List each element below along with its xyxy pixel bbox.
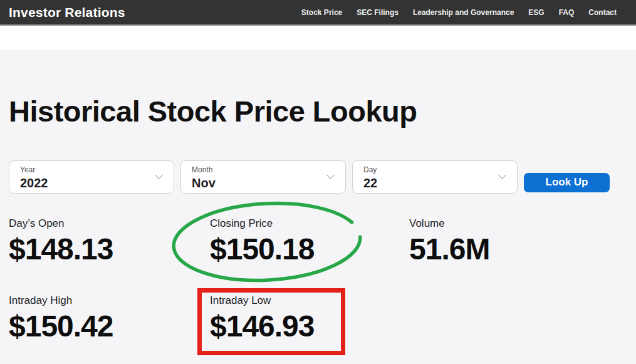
stat-label: Volume xyxy=(409,217,636,230)
nav-item-faq[interactable]: FAQ xyxy=(559,8,575,17)
page-title: Historical Stock Price Lookup xyxy=(9,95,636,128)
stat-label: Intraday Low xyxy=(210,294,409,307)
nav-item-sec-filings[interactable]: SEC Filings xyxy=(357,8,399,17)
stats-row-1: Day’s Open $148.13 Closing Price $150.18… xyxy=(9,217,636,266)
stat-label: Intraday High xyxy=(9,294,210,307)
stats-row-2: Intraday High $150.42 Intraday Low $146.… xyxy=(9,294,636,343)
stat-label: Closing Price xyxy=(210,217,409,230)
nav-item-leadership-and-governance[interactable]: Leadership and Governance xyxy=(413,8,514,17)
stat-closing-price: Closing Price $150.18 xyxy=(210,217,409,266)
stat-value: $146.93 xyxy=(210,309,409,343)
nav-item-stock-price[interactable]: Stock Price xyxy=(301,8,342,17)
stat-intraday-high: Intraday High $150.42 xyxy=(9,294,210,343)
header-bar: Investor Relations Stock Price SEC Filin… xyxy=(0,0,636,26)
day-select[interactable]: Day 22 xyxy=(352,160,518,194)
stat-intraday-low: Intraday Low $146.93 xyxy=(210,294,409,343)
nav-item-contact[interactable]: Contact xyxy=(588,8,617,17)
month-select[interactable]: Month Nov xyxy=(180,160,346,194)
brand-title[interactable]: Investor Relations xyxy=(9,5,125,20)
look-up-button[interactable]: Look Up xyxy=(524,173,610,192)
stat-empty-cell xyxy=(409,294,636,343)
stat-value: $150.42 xyxy=(9,309,210,343)
year-select[interactable]: Year 2022 xyxy=(9,160,174,194)
stat-label: Day’s Open xyxy=(9,217,210,230)
year-select-value: 2022 xyxy=(20,176,149,190)
header-spacer xyxy=(0,26,636,50)
lookup-form: Year 2022 Month Nov Day 22 Look Up xyxy=(9,160,636,194)
stat-days-open: Day’s Open $148.13 xyxy=(9,217,210,266)
header-nav: Stock Price SEC Filings Leadership and G… xyxy=(301,8,617,17)
month-select-label: Month xyxy=(192,165,320,175)
stat-value: $150.18 xyxy=(210,232,409,266)
day-select-label: Day xyxy=(363,165,492,175)
day-select-value: 22 xyxy=(363,176,492,190)
chevron-down-icon xyxy=(155,171,163,179)
month-select-value: Nov xyxy=(192,176,320,190)
chevron-down-icon xyxy=(498,171,506,179)
stat-volume: Volume 51.6M xyxy=(409,217,636,266)
main-content: Historical Stock Price Lookup Year 2022 … xyxy=(0,50,636,343)
stat-value: $148.13 xyxy=(9,232,210,266)
year-select-label: Year xyxy=(20,165,149,175)
chevron-down-icon xyxy=(326,171,335,179)
nav-item-esg[interactable]: ESG xyxy=(528,8,544,17)
stat-value: 51.6M xyxy=(409,232,636,266)
